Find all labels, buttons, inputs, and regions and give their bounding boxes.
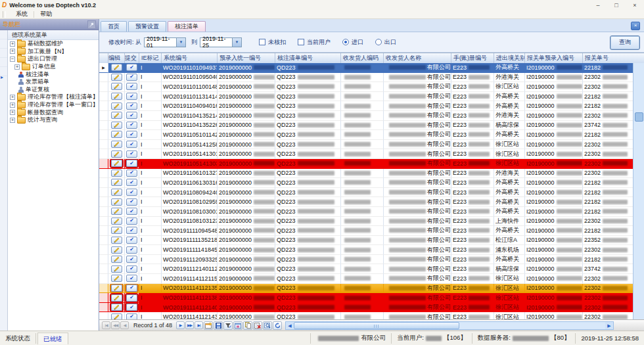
submit-button[interactable]: ✔: [126, 256, 137, 263]
save-icon[interactable]: [214, 321, 223, 330]
table-row[interactable]: ▶ ✔ I WO: [99, 264, 633, 274]
expand-toggle-icon[interactable]: [10, 95, 15, 100]
horizontal-scrollbar[interactable]: ◀ ▶: [285, 321, 614, 330]
edit-button[interactable]: [111, 237, 122, 244]
expand-toggle-icon[interactable]: [10, 118, 15, 123]
expand-toggle-icon[interactable]: [10, 57, 15, 62]
restore-button[interactable]: □: [607, 2, 626, 9]
submit-button[interactable]: ✔: [126, 285, 137, 292]
table-row[interactable]: ▶ ✔ I WO: [99, 284, 633, 294]
edit-button[interactable]: [111, 170, 122, 177]
table-row[interactable]: ▶ ✔ I WO: [99, 101, 633, 111]
submit-button[interactable]: ✔: [126, 103, 137, 110]
column-header[interactable]: 进出境关别: [494, 53, 525, 63]
submit-button[interactable]: ✔: [126, 179, 137, 186]
tree-root[interactable]: 德璞系统菜单: [8, 30, 99, 40]
new-layout-icon[interactable]: [204, 321, 213, 330]
column-header[interactable]: 提交: [125, 53, 139, 63]
tree-item[interactable]: 核注清单: [8, 70, 99, 78]
tree-item[interactable]: 进出口管理: [8, 55, 99, 63]
expand-toggle-icon[interactable]: [14, 64, 20, 70]
checkbox-current-user[interactable]: 当前用户: [298, 38, 331, 47]
last-record-button[interactable]: ▶|: [195, 321, 203, 329]
date-to-input[interactable]: 2019-11-25 ▼: [200, 37, 242, 47]
tree-item[interactable]: 发票箱单: [8, 78, 99, 86]
copy-icon[interactable]: [243, 321, 252, 330]
checkbox-icon[interactable]: [259, 39, 265, 45]
scroll-right-icon[interactable]: ▶: [605, 322, 613, 329]
table-row[interactable]: ▶ ✔ I WO: [99, 303, 633, 313]
expand-toggle-icon[interactable]: [10, 103, 15, 108]
table-row[interactable]: ▶ ✔ I WO: [99, 312, 633, 319]
column-header[interactable]: 收发货人名称: [384, 53, 451, 63]
table-row[interactable]: ▶ ✔ I WO: [99, 140, 633, 150]
delete-grid-icon[interactable]: [253, 321, 262, 330]
expand-toggle-icon[interactable]: [10, 49, 15, 54]
edit-button[interactable]: [111, 141, 122, 148]
tab[interactable]: 首页: [101, 21, 127, 32]
table-row[interactable]: ▶ ✔ I WO: [99, 226, 633, 236]
edit-button[interactable]: [111, 112, 122, 119]
checkbox-icon[interactable]: [298, 39, 304, 45]
submit-button[interactable]: ✔: [126, 275, 137, 282]
edit-button[interactable]: [111, 122, 122, 129]
menu-help[interactable]: 帮助: [34, 10, 58, 18]
table-row[interactable]: ▶ ✔ I WO: [99, 121, 633, 131]
column-header[interactable]: 系统编号: [162, 53, 218, 63]
edit-button[interactable]: [111, 103, 122, 110]
tab[interactable]: 核注清单: [168, 21, 206, 32]
date-from-input[interactable]: 2019-11-01 ▼: [144, 37, 186, 47]
edit-button[interactable]: [111, 93, 122, 100]
expand-toggle-icon[interactable]: [10, 110, 15, 115]
next-page-button[interactable]: ▶▶: [185, 321, 194, 329]
tree-item[interactable]: 订单信息: [8, 63, 99, 71]
tab-close-button[interactable]: ×: [631, 22, 640, 30]
edit-button[interactable]: [111, 198, 122, 206]
edit-button[interactable]: [111, 179, 122, 186]
submit-button[interactable]: ✔: [126, 160, 137, 167]
submit-button[interactable]: ✔: [126, 170, 137, 177]
refresh-icon[interactable]: [273, 321, 282, 330]
column-header[interactable]: 手(账)册编号: [451, 53, 494, 63]
column-header[interactable]: 编辑: [108, 53, 125, 63]
submit-button[interactable]: ✔: [126, 304, 137, 311]
edit-button[interactable]: [111, 246, 122, 254]
submit-button[interactable]: ✔: [126, 246, 137, 254]
submit-button[interactable]: ✔: [126, 141, 137, 148]
panel-gutter[interactable]: ▸: [0, 30, 8, 331]
table-row[interactable]: ▶ ✔ I WO: [99, 63, 633, 73]
table-row[interactable]: ▶ ✔ I WO: [99, 255, 633, 265]
edit-button[interactable]: [111, 189, 122, 196]
edit-button[interactable]: [111, 64, 122, 71]
column-header[interactable]: 报关单预录入编号: [525, 53, 583, 63]
table-row[interactable]: ▶ ✔ I WO: [99, 111, 633, 121]
table-row[interactable]: ▶ ✔ I WO: [99, 82, 633, 92]
prev-record-button[interactable]: ◀: [120, 321, 129, 329]
table-row[interactable]: ▶ ✔ I WO: [99, 92, 633, 102]
vertical-scrollbar-thumb[interactable]: [635, 112, 643, 122]
table-row[interactable]: ▶ ✔ I WO: [99, 217, 633, 227]
first-record-button[interactable]: |◀: [102, 321, 110, 329]
tab[interactable]: 预警设置: [128, 21, 166, 32]
table-row[interactable]: ▶ ✔ I WO: [99, 236, 633, 246]
submit-button[interactable]: ✔: [126, 74, 137, 81]
pin-icon[interactable]: [87, 20, 96, 29]
table-row[interactable]: ▶ ✔ I WO: [99, 293, 633, 303]
edit-button[interactable]: [111, 275, 122, 282]
table-row[interactable]: ▶ ✔ I WO: [99, 188, 633, 198]
table-row[interactable]: ▶ ✔ I WO: [99, 130, 633, 140]
submit-button[interactable]: ✔: [126, 227, 137, 234]
table-row[interactable]: ▶ ✔ I WO: [99, 149, 633, 159]
edit-button[interactable]: [111, 74, 122, 81]
scroll-left-icon[interactable]: ◀: [286, 322, 294, 329]
column-header[interactable]: 报关单号: [583, 53, 633, 63]
radio-icon[interactable]: [342, 39, 349, 45]
edit-button[interactable]: [111, 285, 122, 292]
edit-button[interactable]: [111, 304, 122, 311]
close-button[interactable]: ×: [626, 2, 644, 9]
prev-page-button[interactable]: ◀◀: [111, 321, 120, 329]
radio-option[interactable]: 进口: [342, 38, 363, 47]
submit-button[interactable]: ✔: [126, 122, 137, 129]
edit-button[interactable]: [111, 83, 122, 90]
tree-item[interactable]: 帐册数据查询: [8, 108, 99, 116]
